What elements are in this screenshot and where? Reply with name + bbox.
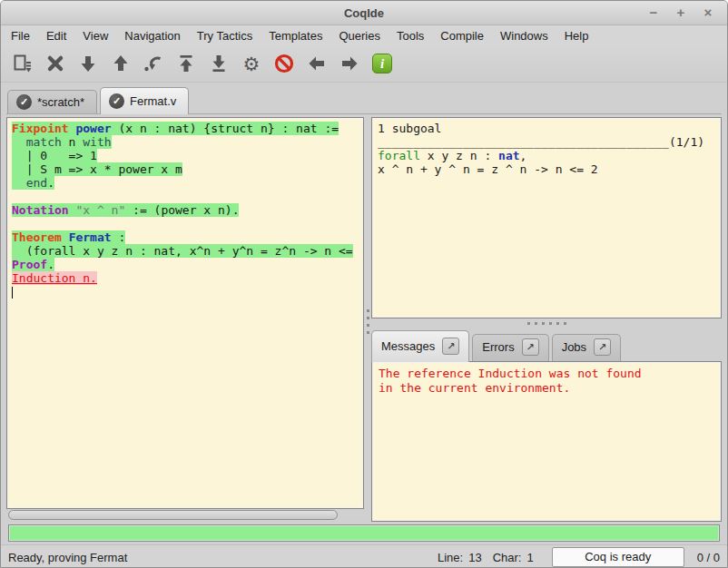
tab-label: Fermat.v [130, 94, 176, 108]
menu-windows[interactable]: Windows [492, 27, 556, 44]
char-value: 1 [526, 551, 533, 564]
goals-pane[interactable]: 1 subgoal_______________________________… [371, 117, 722, 318]
tab-fermat.v[interactable]: ✓Fermat.v [100, 87, 189, 114]
tab-jobs[interactable]: Jobs↗ [552, 334, 621, 361]
about-info-icon: i [372, 54, 392, 73]
save-button[interactable] [6, 48, 39, 79]
scrollbar-thumb[interactable] [8, 510, 338, 520]
messages-pane[interactable]: The reference Induction was not foundin … [371, 361, 722, 522]
code-line: forall x y z n : nat, [378, 149, 721, 162]
vertical-splitter[interactable] [364, 117, 371, 522]
workarea: ✓*scratch*✓Fermat.v Fixpoint power (x n … [1, 83, 727, 544]
code-line [12, 285, 363, 299]
tab-label: Messages [381, 339, 435, 353]
code-line: ________________________________________… [378, 135, 721, 149]
horizontal-splitter[interactable] [371, 318, 722, 328]
message-line: in the current environment. [379, 381, 721, 396]
close-x-icon [44, 53, 66, 74]
coqide-window: CoqIde − + × FileEditViewNavigationTry T… [0, 0, 728, 568]
close-buffer-button[interactable] [39, 48, 72, 79]
menu-try-tactics[interactable]: Try Tactics [189, 27, 261, 44]
gear-icon: ⚙ [243, 54, 261, 73]
code-line: Theorem Fermat : [12, 230, 363, 244]
text-cursor [12, 287, 13, 299]
arrow-up-icon [110, 53, 132, 74]
splitter-handle-icon [367, 309, 369, 334]
code-line: (forall x y z n : nat, x^n + y^n = z^n -… [12, 244, 363, 258]
interrupt-button[interactable] [268, 48, 300, 79]
code-line: Notation "x ^ n" := (power x n). [12, 203, 363, 217]
go-to-cursor-icon [143, 53, 164, 74]
code-line: match n with [12, 135, 363, 149]
forbidden-icon [273, 53, 295, 74]
horizontal-scrollbar [6, 509, 364, 522]
menu-compile[interactable]: Compile [432, 27, 492, 44]
code-line: end. [12, 176, 363, 190]
code-line: | 0 => 1 [12, 149, 363, 162]
worker-counter: 0 / 0 [697, 551, 720, 564]
progress-bar [8, 524, 720, 542]
arrow-left-icon [306, 53, 328, 74]
next-button[interactable] [333, 48, 366, 79]
detach-icon[interactable]: ↗ [594, 338, 611, 356]
maximize-icon[interactable]: + [671, 4, 691, 22]
message-tabstrip: Messages↗Errors↗Jobs↗ [371, 328, 722, 361]
menu-edit[interactable]: Edit [38, 27, 74, 44]
status-message: Ready, proving Fermat [8, 551, 127, 564]
script-pane: Fixpoint power (x n : nat) {struct n} : … [6, 117, 364, 522]
menubar: FileEditViewNavigationTry TacticsTemplat… [1, 25, 727, 45]
toolbar: ⚙ i [1, 45, 727, 83]
code-line: 1 subgoal [378, 122, 721, 135]
code-line: Induction n. [12, 271, 363, 285]
menu-navigation[interactable]: Navigation [116, 27, 188, 44]
window-controls: − + × [644, 4, 727, 22]
menu-view[interactable]: View [74, 27, 116, 44]
statusbar: Ready, proving Fermat Line: 13 Char: 1 C… [1, 544, 727, 568]
previous-button[interactable] [300, 48, 333, 79]
menu-queries[interactable]: Queries [330, 27, 389, 44]
progress-area [6, 522, 722, 544]
step-forward-button[interactable] [72, 48, 104, 79]
tab-messages[interactable]: Messages↗ [371, 330, 469, 362]
tab-label: Errors [482, 340, 514, 354]
arrow-down-icon [77, 53, 99, 74]
go-to-cursor-button[interactable] [137, 48, 170, 79]
arrow-right-icon [339, 53, 360, 74]
tab-scratch[interactable]: ✓*scratch* [7, 90, 97, 113]
go-to-start-button[interactable] [170, 48, 202, 79]
tab-label: *scratch* [37, 95, 84, 109]
titlebar[interactable]: CoqIde − + × [1, 1, 727, 25]
fully-check-button[interactable]: ⚙ [235, 48, 268, 79]
menu-file[interactable]: File [3, 27, 38, 44]
menu-help[interactable]: Help [556, 27, 597, 44]
detach-icon[interactable]: ↗ [442, 338, 459, 355]
tab-label: Jobs [562, 340, 586, 354]
minimize-icon[interactable]: − [644, 4, 664, 22]
save-icon [12, 53, 34, 74]
about-button[interactable]: i [366, 48, 398, 79]
line-value: 13 [468, 551, 481, 564]
window-title: CoqIde [1, 6, 727, 20]
code-line [12, 217, 363, 230]
go-to-end-button[interactable] [202, 48, 235, 79]
code-line: | S m => x * power x m [12, 162, 363, 176]
code-line: Proof. [12, 258, 363, 271]
check-icon: ✓ [16, 94, 32, 110]
code-line: Fixpoint power (x n : nat) {struct n} : … [12, 122, 363, 135]
code-editor[interactable]: Fixpoint power (x n : nat) {struct n} : … [6, 117, 364, 509]
check-icon: ✓ [109, 93, 124, 109]
status-right: Line: 13 Char: 1 Coq is ready 0 / 0 [438, 547, 720, 567]
detach-icon[interactable]: ↗ [522, 338, 539, 356]
tab-errors[interactable]: Errors↗ [472, 334, 548, 361]
char-label: Char: [493, 551, 522, 564]
step-backward-button[interactable] [104, 48, 137, 79]
menu-tools[interactable]: Tools [389, 27, 432, 44]
line-label: Line: [438, 551, 463, 564]
buffer-tabstrip: ✓*scratch*✓Fermat.v [6, 85, 722, 113]
message-line: The reference Induction was not found [379, 367, 721, 381]
right-column: 1 subgoal_______________________________… [371, 117, 722, 522]
close-icon[interactable]: × [698, 4, 718, 22]
coq-status-indicator: Coq is ready [552, 547, 684, 567]
main-paned: Fixpoint power (x n : nat) {struct n} : … [6, 113, 722, 522]
menu-templates[interactable]: Templates [261, 27, 330, 44]
